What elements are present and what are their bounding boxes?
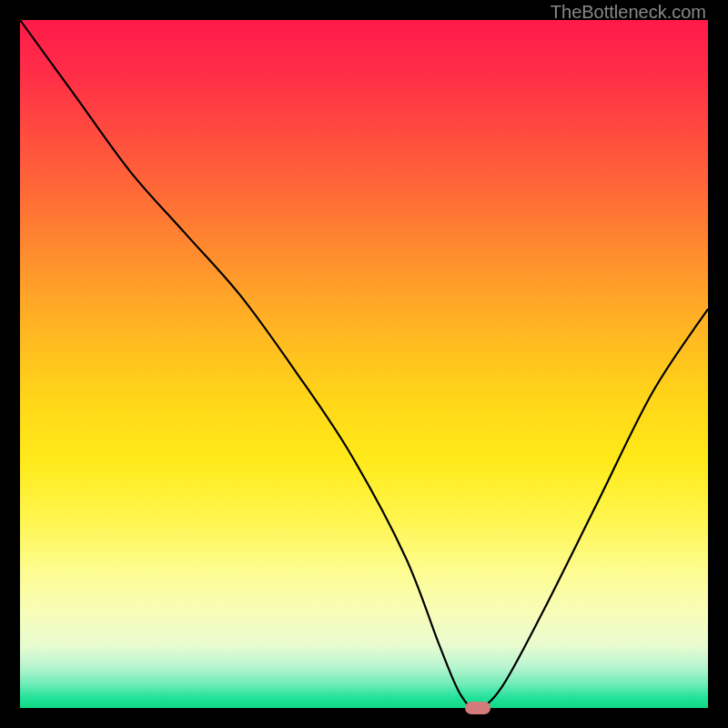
watermark-text: TheBottleneck.com [551,2,706,23]
optimal-marker [465,702,490,714]
bottleneck-curve-svg [20,20,708,708]
curve-path [20,20,708,708]
